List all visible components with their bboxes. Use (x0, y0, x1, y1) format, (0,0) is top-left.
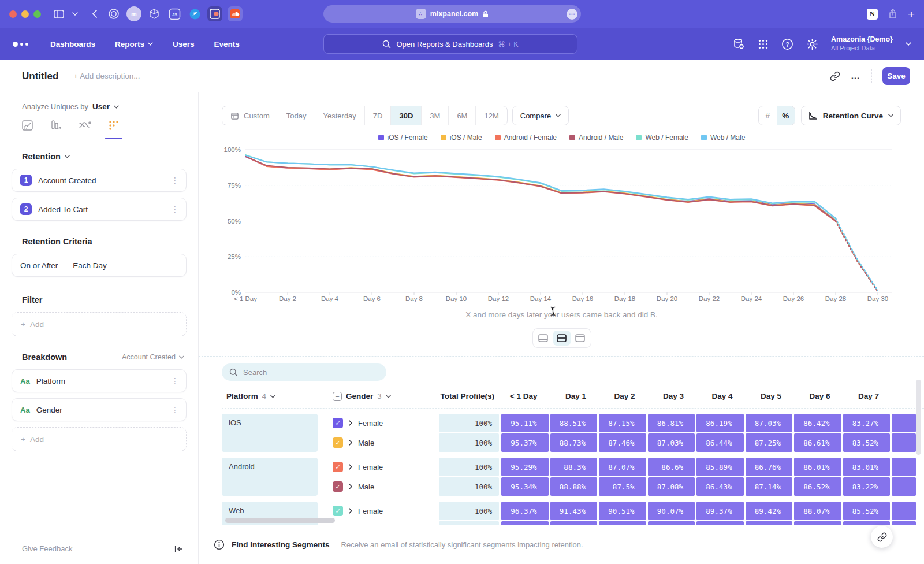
retention-value-cell[interactable]: 88.07% (794, 502, 841, 520)
give-feedback-link[interactable]: Give Feedback (22, 544, 72, 553)
column-header-day-7[interactable]: Day 7 (843, 392, 892, 400)
settings-gear-icon[interactable] (806, 38, 818, 50)
retention-value-cell[interactable]: 95.34% (501, 477, 549, 496)
absolute-toggle[interactable]: # (759, 106, 777, 125)
retention-value-cell[interactable]: 87.03% (746, 414, 793, 432)
male-checkbox[interactable]: ✓ (333, 481, 343, 492)
nav-dashboards[interactable]: Dashboards (50, 40, 95, 49)
platform-column-header[interactable]: Platform 4 (222, 392, 326, 400)
column-header-day-6[interactable]: Day 6 (794, 392, 843, 400)
tab-retention[interactable] (106, 120, 121, 139)
series-line[interactable] (245, 157, 836, 221)
column-header-day-1[interactable]: Day 1 (550, 392, 599, 400)
retention-value-cell[interactable]: 87.25% (746, 433, 793, 452)
chevron-down-icon[interactable] (65, 155, 70, 158)
range-today[interactable]: Today (278, 106, 315, 125)
back-icon[interactable] (92, 10, 97, 18)
retention-value-cell[interactable]: 87.03% (648, 433, 695, 452)
breakdown-platform[interactable]: Aa Platform ⋮ (12, 369, 187, 392)
retention-line-chart[interactable]: 100%75%50%25%0%< 1 DayDay 2Day 4Day 6Day… (199, 143, 924, 305)
platform-cell[interactable]: Android (222, 458, 318, 496)
retention-value-cell[interactable]: 90.51% (599, 502, 646, 520)
address-bar[interactable]: ∴ mixpanel.com ⋯ (323, 5, 581, 23)
retention-value-cell[interactable]: 87.07% (599, 458, 646, 476)
global-search[interactable]: Open Reports & Dashboards ⌘ + K (323, 34, 578, 54)
retention-value-cell[interactable]: 86.6% (648, 458, 695, 476)
retention-value-cell[interactable]: 86.81% (648, 414, 695, 432)
female-checkbox[interactable]: ✓ (333, 506, 343, 516)
blue-bird-icon[interactable] (187, 6, 202, 21)
share-icon[interactable] (888, 9, 897, 19)
retention-value-cell[interactable]: 89.48% (746, 521, 793, 525)
retention-value-cell[interactable]: 95.29% (501, 458, 549, 476)
notion-icon[interactable]: N (867, 9, 878, 20)
column-header-day-5[interactable]: Day 5 (746, 392, 795, 400)
retention-value-cell[interactable]: 87.5% (599, 477, 646, 496)
vertical-scrollbar[interactable] (916, 380, 921, 455)
retention-value-cell[interactable]: 87.15% (599, 414, 646, 432)
retention-value-cell[interactable]: 88.51% (550, 414, 598, 432)
breakdown-gender[interactable]: Aa Gender ⋮ (12, 398, 187, 421)
retention-value-cell[interactable]: 86.52% (794, 477, 841, 496)
new-tab-icon[interactable]: + (908, 8, 915, 20)
breakdown-scope-selector[interactable]: Account Created (122, 353, 184, 361)
retention-step-2[interactable]: 2 Added To Cart ⋮ (12, 198, 187, 221)
retention-value-cell[interactable]: 86.42% (794, 414, 841, 432)
expand-chevron-icon[interactable] (348, 484, 353, 489)
report-description-placeholder[interactable]: + Add description... (73, 72, 140, 80)
retention-value-cell[interactable]: 86.76% (746, 458, 793, 476)
add-breakdown-button[interactable]: + Add (12, 427, 187, 451)
series-line[interactable] (245, 157, 836, 220)
soundcloud-icon[interactable] (228, 6, 243, 21)
retention-value-cell[interactable]: 95.37% (501, 433, 549, 452)
retention-value-cell[interactable]: 86.19% (696, 414, 744, 432)
criteria-interval[interactable]: Each Day (73, 261, 107, 270)
column-header-day-4[interactable]: Day 4 (696, 392, 746, 400)
kebab-menu-icon[interactable]: ⋮ (171, 205, 179, 213)
retention-value-cell[interactable]: 88.04% (794, 521, 841, 525)
range-6m[interactable]: 6M (448, 106, 475, 125)
help-icon[interactable]: ? (781, 38, 793, 50)
save-button[interactable]: Save (882, 67, 910, 85)
chart-type-selector[interactable]: Retention Curve (801, 106, 901, 125)
legend-item[interactable]: iOS / Female (378, 133, 428, 142)
layout-split-button[interactable] (553, 331, 571, 346)
mixpanel-logo-icon[interactable] (13, 42, 28, 47)
legend-item[interactable]: iOS / Male (441, 133, 482, 142)
retention-value-cell[interactable]: 87.08% (648, 477, 695, 496)
column-header-day-3[interactable]: Day 3 (648, 392, 697, 400)
gender-column-header[interactable]: – Gender 3 (326, 392, 439, 401)
page-actions-icon[interactable]: ⋯ (567, 9, 578, 20)
column-header--1-day[interactable]: < 1 Day (501, 392, 550, 400)
copy-link-icon[interactable] (830, 71, 840, 81)
retention-value-cell[interactable]: 89.37% (696, 502, 744, 520)
range-custom[interactable]: Custom (222, 106, 278, 125)
retention-value-cell[interactable]: 86.43% (696, 477, 744, 496)
chevron-down-icon[interactable] (906, 42, 911, 46)
minimize-window-button[interactable] (21, 10, 29, 18)
retention-value-cell[interactable]: 90.54% (599, 521, 646, 525)
tab-funnels[interactable] (49, 120, 64, 139)
chevron-down-icon[interactable] (72, 12, 78, 16)
series-line[interactable] (245, 157, 836, 221)
tab-flows[interactable] (77, 120, 92, 139)
retention-value-cell[interactable]: 89.48% (696, 521, 744, 525)
range-3m[interactable]: 3M (421, 106, 448, 125)
retention-value-cell[interactable]: 83.27% (843, 414, 891, 432)
female-checkbox[interactable]: ✓ (333, 418, 343, 428)
retention-value-cell[interactable]: 86.01% (794, 458, 841, 476)
retention-value-cell[interactable]: 89.42% (746, 502, 793, 520)
more-options-icon[interactable]: … (851, 71, 861, 81)
js-icon[interactable]: JS (167, 6, 182, 21)
retention-value-cell[interactable]: 85.67% (843, 521, 891, 525)
retention-value-cell[interactable]: 85.52% (843, 502, 891, 520)
tab-insights[interactable] (20, 120, 35, 139)
female-checkbox[interactable]: ✓ (333, 462, 343, 472)
platform-cell[interactable]: iOS (222, 414, 318, 452)
project-switcher[interactable]: Amazonia {Demo} All Project Data (831, 35, 893, 52)
expand-chevron-icon[interactable] (348, 508, 353, 514)
share-link-fab[interactable] (871, 526, 893, 548)
retention-value-cell[interactable]: 87.14% (746, 477, 793, 496)
add-filter-button[interactable]: + Add (12, 312, 187, 336)
legend-item[interactable]: Android / Female (495, 133, 557, 142)
